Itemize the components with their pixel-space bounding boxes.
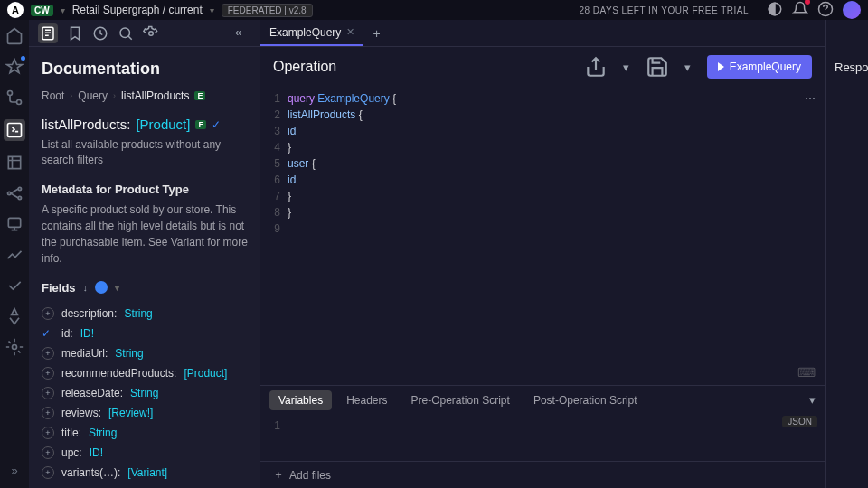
sort-icon[interactable]: ↓ (83, 282, 89, 293)
field-type[interactable]: String (130, 387, 158, 399)
svg-point-7 (18, 196, 21, 199)
user-avatar[interactable] (843, 1, 861, 19)
field-description: List all available products without any … (42, 137, 248, 168)
bottom-tab[interactable]: Variables (269, 390, 332, 410)
bottom-tab[interactable]: Post-Operation Script (524, 390, 646, 410)
chevron-down-icon[interactable]: ▾ (115, 283, 119, 293)
add-field-icon[interactable]: + (42, 446, 54, 459)
chevron-down-icon[interactable]: ▾ (676, 55, 700, 79)
add-field-icon[interactable]: + (42, 387, 54, 399)
fields-toggle[interactable] (95, 281, 108, 294)
bell-icon[interactable] (792, 1, 808, 17)
apollo-logo[interactable]: A (7, 2, 24, 18)
documentation-title: Documentation (42, 60, 248, 79)
org-badge: CW (31, 5, 53, 16)
field-type[interactable]: [Variant] (127, 466, 167, 479)
keyboard-icon[interactable]: ⌨ (797, 365, 816, 380)
field-name: upc: (61, 446, 82, 459)
search-icon[interactable] (118, 25, 134, 42)
save-icon[interactable] (646, 55, 669, 79)
field-name: description: (61, 307, 117, 320)
field-row[interactable]: +upc:ID! (42, 443, 248, 463)
collapse-panel-icon[interactable]: « (235, 25, 251, 42)
field-name: mediaUrl: (61, 347, 108, 360)
add-field-icon[interactable]: + (42, 427, 54, 439)
new-tab-button[interactable]: + (363, 26, 389, 41)
entity-badge: E (195, 120, 206, 129)
chevron-down-icon[interactable]: ▾ (61, 5, 65, 15)
share-icon[interactable] (584, 55, 608, 79)
bottom-tab[interactable]: Headers (337, 390, 396, 410)
subgraphs-icon[interactable] (5, 184, 24, 202)
field-type[interactable]: ID! (90, 446, 103, 459)
field-name: recommendedProducts: (61, 367, 176, 380)
graph-name[interactable]: Retail Supergraph / current (72, 4, 203, 16)
field-type[interactable]: [Product] (184, 367, 227, 380)
operation-tab[interactable]: ExampleQuery ✕ (260, 20, 363, 46)
theme-icon[interactable] (767, 1, 783, 17)
chevron-down-icon[interactable]: ▾ (210, 5, 214, 15)
field-row[interactable]: +reviews:[Review!] (42, 403, 248, 423)
checks-icon[interactable] (5, 277, 24, 295)
docs-tab-icon[interactable] (38, 23, 58, 43)
field-row[interactable]: +mediaUrl:String (42, 343, 248, 363)
check-icon[interactable]: ✓ (42, 327, 54, 340)
proposals-icon[interactable] (5, 307, 24, 325)
help-icon[interactable] (817, 1, 834, 17)
field-row[interactable]: +title:String (42, 423, 248, 443)
run-query-button[interactable]: ExampleQuery (707, 55, 812, 79)
add-field-icon[interactable]: + (42, 466, 54, 479)
breadcrumb-root[interactable]: Root (42, 89, 64, 102)
history-icon[interactable] (92, 25, 108, 42)
chevron-down-icon[interactable]: ▾ (615, 55, 638, 79)
type-heading: listAllProducts: [Product] E ✓ (42, 117, 248, 132)
json-badge: JSON (782, 416, 817, 427)
add-field-icon[interactable]: + (42, 407, 54, 419)
field-row[interactable]: +variants(…):[Variant] (42, 463, 248, 483)
entity-badge: E (194, 91, 205, 100)
operation-heading: Operation (273, 59, 577, 75)
gear-icon[interactable] (143, 25, 159, 42)
schema-icon[interactable] (5, 154, 24, 172)
chevron-right-icon: › (70, 91, 72, 100)
field-type[interactable]: [Review!] (108, 407, 153, 419)
field-type[interactable]: ID! (80, 327, 94, 340)
field-type[interactable]: String (124, 307, 152, 320)
metadata-text: A specific product sold by our store. Th… (42, 202, 248, 267)
field-name: releaseDate: (61, 387, 123, 399)
field-row[interactable]: +releaseDate:String (42, 383, 248, 403)
variables-editor[interactable]: 1 JSON (260, 414, 825, 461)
chevron-right-icon: › (113, 91, 116, 100)
query-editor[interactable]: 123456789 query ExampleQuery { listAllPr… (260, 87, 825, 385)
field-row[interactable]: +recommendedProducts:[Product] (42, 363, 248, 383)
svg-point-2 (8, 91, 13, 96)
field-type[interactable]: String (89, 427, 117, 439)
clients-icon[interactable] (5, 215, 24, 233)
more-icon[interactable]: ⋯ (805, 92, 816, 105)
diff-icon[interactable] (5, 89, 24, 107)
field-name: title: (61, 427, 81, 439)
breadcrumb-query[interactable]: Query (78, 89, 108, 102)
field-type[interactable]: String (115, 347, 143, 360)
add-field-icon[interactable]: + (42, 347, 54, 360)
field-name: id: (61, 327, 73, 340)
expand-nav-icon[interactable]: » (5, 461, 24, 479)
field-row[interactable]: +description:String (42, 304, 248, 324)
field-row[interactable]: ✓id:ID! (42, 324, 248, 343)
explorer-icon[interactable] (4, 119, 25, 141)
collapse-vars-icon[interactable]: ▾ (809, 393, 816, 407)
add-field-icon[interactable]: + (42, 367, 54, 380)
breadcrumb-current: listAllProducts (121, 89, 189, 102)
add-field-icon[interactable]: + (42, 307, 54, 320)
add-files-button[interactable]: ＋ Add files (260, 461, 825, 488)
vertical-nav: » (0, 20, 29, 488)
bookmark-icon[interactable] (67, 25, 83, 42)
settings-icon[interactable] (5, 338, 24, 356)
home-icon[interactable] (5, 27, 24, 45)
close-tab-icon[interactable]: ✕ (346, 26, 354, 38)
launch-icon[interactable] (5, 58, 24, 76)
metadata-heading: Metadata for Product Type (42, 183, 248, 196)
trial-notice: 28 DAYS LEFT IN YOUR FREE TRIAL (579, 5, 749, 15)
bottom-tab[interactable]: Pre-Operation Script (402, 390, 519, 410)
insights-icon[interactable] (5, 246, 24, 264)
